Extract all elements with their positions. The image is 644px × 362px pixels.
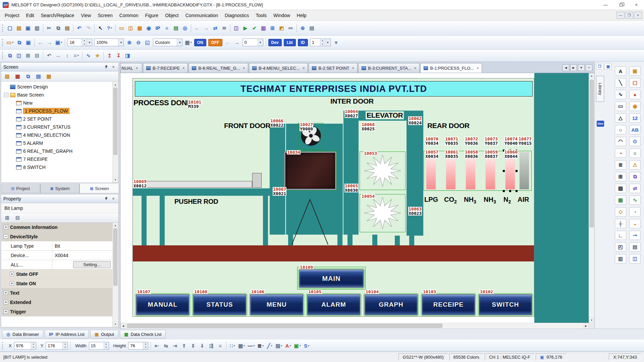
hmi-label-process-done[interactable]: PROCESS DONE	[133, 99, 192, 107]
data-check-button[interactable]: ✔	[250, 24, 259, 33]
menu-communication[interactable]: Communication	[182, 10, 221, 20]
redo-button[interactable]: ↷	[84, 24, 93, 33]
sector-tool[interactable]: ◔	[615, 148, 626, 158]
dropdown-arrow-icon[interactable]: ▾	[308, 344, 309, 347]
tab-close-icon[interactable]: ×	[352, 66, 354, 70]
select-mode-button[interactable]: ↖	[96, 24, 105, 33]
setting-button[interactable]: Setting...	[73, 261, 111, 268]
simulator-button[interactable]: ▶	[241, 24, 250, 33]
y-position-input[interactable]: 176▴▾	[46, 342, 68, 350]
copy-button[interactable]: ⧉	[54, 24, 63, 33]
tab-close-icon[interactable]: ×	[477, 66, 479, 70]
pusher-head[interactable]	[252, 173, 262, 188]
ungroup-button[interactable]: ⊟	[33, 51, 42, 60]
document-display-tool[interactable]: ▤	[629, 242, 641, 252]
prop-group-text[interactable]: +Text	[1, 288, 112, 298]
object-front-button[interactable]: ↥	[105, 51, 114, 60]
dropdown-arrow-icon[interactable]: ▾	[12, 41, 13, 44]
grid-display-button[interactable]: ▦▾	[237, 341, 246, 350]
pin-icon[interactable]	[103, 196, 108, 201]
word-lamp-tool[interactable]: ◉	[629, 102, 641, 111]
group-button[interactable]: ⊞	[23, 51, 33, 60]
scale-tool[interactable]: ≣	[615, 160, 626, 170]
dxf-import-tool[interactable]: ◇	[615, 207, 626, 217]
align-bottom-button[interactable]: ⇓	[198, 341, 207, 350]
selection-handle[interactable]	[503, 170, 505, 172]
tree-item-3-current-status[interactable]: 3 CURRENT_STATUS	[1, 123, 112, 131]
open-project-button[interactable]: ▨	[14, 24, 23, 33]
paste-button[interactable]: ▤	[63, 24, 72, 33]
scrollbar-thumb[interactable]	[127, 324, 442, 328]
previous-state-button[interactable]: ←	[223, 38, 232, 47]
tab-scroll-right-button[interactable]: ▶	[570, 64, 577, 71]
dropdown-arrow-icon[interactable]: ▾	[271, 344, 272, 347]
align-left-button[interactable]: ⇤	[152, 341, 161, 350]
save-all-button[interactable]: ▥	[33, 24, 42, 33]
dropdown-arrow-icon[interactable]: ▾	[77, 54, 79, 57]
edit-vertices-button[interactable]: ∿	[84, 51, 93, 60]
x-position-input[interactable]: 976▴▾	[14, 342, 36, 350]
prop-group-extended[interactable]: +Extended	[1, 298, 112, 307]
data-check-list-tab[interactable]: ▦Data Check List	[120, 330, 166, 339]
slider-tool[interactable]: ⊸	[629, 231, 641, 240]
spinner-buttons[interactable]: ▴▾	[320, 39, 325, 46]
tree-item-base-screen[interactable]: −Base Screen	[1, 91, 112, 99]
device-comment-button[interactable]: ≔	[286, 24, 295, 33]
line-tool[interactable]: ╲	[615, 78, 626, 87]
display-option-button[interactable]: ▾	[332, 38, 341, 47]
scrollbar-thumb[interactable]	[590, 80, 594, 227]
screen-preview-dd-button[interactable]: ▣▾	[54, 38, 63, 47]
dropdown-arrow-icon[interactable]: ▾	[233, 344, 235, 347]
elevator-leg[interactable]	[395, 236, 400, 245]
new-base-screen-button[interactable]: ▭	[117, 24, 126, 33]
hmi-label-inter-door[interactable]: INTER DOOR	[330, 97, 374, 105]
minimize-button[interactable]: —	[598, 0, 613, 10]
document-tab-b-2-set-point[interactable]: B-2:SET POINT×	[309, 63, 358, 73]
data-browser-button[interactable]: ◎	[180, 24, 190, 33]
menu-object[interactable]: Object	[162, 10, 182, 20]
verify-button[interactable]: ⇄	[211, 24, 220, 33]
dropdown-arrow-icon[interactable]: ▾	[325, 39, 330, 46]
dropdown-arrow-icon[interactable]: ▾	[191, 41, 192, 44]
screen-open-button[interactable]: ▨	[3, 72, 12, 81]
screen-property-button[interactable]: ▣	[24, 38, 33, 47]
tab-close-icon[interactable]: ×	[243, 66, 245, 70]
polyline-tool[interactable]: ∿	[615, 90, 626, 99]
property-scrollbar[interactable]: ▲ ▼	[112, 223, 118, 327]
mdi-screen-icon[interactable]: ▣	[604, 63, 612, 70]
new-project-button[interactable]: ▢	[5, 24, 14, 33]
document-tab-b-6-real-time-g[interactable]: B-6:REAL_TIME_G...×	[189, 63, 248, 73]
dropdown-arrow-icon[interactable]: ▾	[258, 39, 263, 46]
document-tab-b-3-current-sta[interactable]: B-3:CURRENT_STA...×	[358, 63, 420, 73]
menu-common[interactable]: Common	[116, 10, 142, 20]
new-window-screen-button[interactable]: ◫	[126, 24, 135, 33]
menu-window[interactable]: Window	[270, 10, 293, 20]
monitor-button[interactable]: ◫	[232, 24, 241, 33]
conveyor-leg[interactable]	[160, 196, 165, 245]
prop-value[interactable]: Bit	[52, 243, 112, 249]
group-expander[interactable]: +	[4, 300, 8, 304]
frame-tool[interactable]: ◰	[615, 242, 626, 252]
group-expander[interactable]: +	[10, 281, 14, 286]
screen-tree-scrollbar[interactable]: ▲ ▼	[112, 82, 118, 182]
tree-item-new[interactable]: New	[1, 99, 112, 107]
dropdown-arrow-icon[interactable]: ▾	[262, 344, 264, 347]
pusher-rod[interactable]	[136, 181, 252, 188]
toolbar-grip[interactable]	[2, 342, 4, 349]
menu-screen[interactable]: Screen	[94, 10, 116, 20]
cut-button[interactable]: ✂	[45, 24, 54, 33]
communication-setup-button[interactable]: ≋	[220, 24, 229, 33]
tab-close-icon[interactable]: ×	[136, 66, 138, 70]
menu-search-replace[interactable]: Search/Replace	[38, 10, 78, 20]
dropdown-arrow-icon[interactable]: ▾	[253, 344, 255, 347]
zoom-in-button[interactable]: ⊕	[125, 38, 134, 47]
tree-item-6-real-time-graph[interactable]: 6 REAL_TIME_GRAPH	[1, 147, 112, 155]
menu-help[interactable]: Help	[293, 10, 310, 20]
screen-list-button[interactable]: ≡	[162, 24, 171, 33]
tab-close-icon[interactable]: ×	[414, 66, 416, 70]
close-button[interactable]: ×	[629, 0, 644, 10]
scroll-right-icon[interactable]: ▶	[583, 323, 589, 328]
menu-diagnostics[interactable]: Diagnostics	[221, 10, 252, 20]
id-display-button[interactable]: ID	[298, 39, 308, 46]
table-tool[interactable]: ⊞	[615, 172, 626, 181]
